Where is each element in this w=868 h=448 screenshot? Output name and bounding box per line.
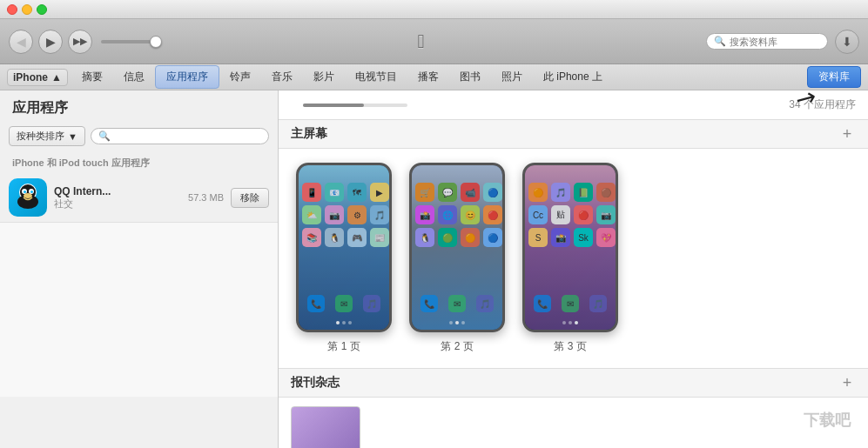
sort-icon: ▼: [68, 131, 77, 142]
screen-icons-grid-3: 🟠 🎵 📗 🟤 Cc 贴 🔴 📷 S 📸 Sk 💖: [525, 176, 616, 254]
screen-dots-1: [299, 321, 389, 324]
tab-apps[interactable]: 应用程序: [155, 65, 219, 89]
magazine-add-button[interactable]: +: [838, 374, 856, 391]
search-icon: 🔍: [714, 36, 726, 47]
tab-music[interactable]: 音乐: [261, 66, 303, 88]
forward-button[interactable]: ▶▶: [68, 30, 92, 54]
sort-label: 按种类排序: [17, 130, 64, 143]
tab-summary[interactable]: 摘要: [71, 66, 113, 88]
search-input[interactable]: [730, 37, 817, 47]
screen-item-2: 🛒 💬 📹 🔵 📸 🌐 😊 🔴 🐧 🟢 🟠 🔵: [409, 163, 505, 354]
app-info: QQ Intern... 社交: [54, 185, 181, 211]
screen-frame-1[interactable]: 📱 📧 🗺 ▶ ⛅ 📷 ⚙ 🎵 📚 🐧 🎮 📰: [296, 163, 392, 332]
app-name: QQ Intern...: [54, 185, 181, 197]
sidebar-search-input[interactable]: [114, 131, 261, 142]
screen-label-1: 第 1 页: [327, 339, 360, 354]
screen-dots-3: [525, 321, 616, 324]
tab-ringtones[interactable]: 铃声: [219, 66, 261, 88]
sidebar-search[interactable]: 🔍: [91, 128, 269, 144]
app-count: 34 个应用程序: [789, 97, 856, 112]
sidebar-title: 应用程序: [0, 90, 278, 123]
screens-add-button[interactable]: +: [838, 125, 856, 143]
device-icon: ▲: [51, 71, 62, 84]
screen-item-1: 📱 📧 🗺 ▶ ⛅ 📷 ⚙ 🎵 📚 🐧 🎮 📰: [296, 163, 392, 354]
sidebar: 应用程序 按种类排序 ▼ 🔍 iPhone 和 iPod touch 应用程序: [0, 90, 279, 448]
tab-movies[interactable]: 影片: [303, 66, 345, 88]
screens-section-title: 主屏幕: [291, 126, 327, 142]
magazine-section-title: 报刊杂志: [291, 375, 340, 391]
screens-container: 📱 📧 🗺 ▶ ⛅ 📷 ⚙ 🎵 📚 🐧 🎮 📰: [279, 149, 868, 368]
tab-on-iphone[interactable]: 此 iPhone 上: [533, 66, 613, 88]
screen-frame-2[interactable]: 🛒 💬 📹 🔵 📸 🌐 😊 🔴 🐧 🟢 🟠 🔵: [409, 163, 505, 332]
device-name: iPhone: [13, 71, 48, 84]
svg-point-5: [24, 191, 26, 193]
screen-frame-3[interactable]: 🟠 🎵 📗 🟤 Cc 贴 🔴 📷 S 📸 Sk 💖: [522, 163, 618, 332]
screen-icons-grid-1: 📱 📧 🗺 ▶ ⛅ 📷 ⚙ 🎵 📚 🐧 🎮 📰: [299, 176, 389, 254]
tab-podcasts[interactable]: 播客: [407, 66, 449, 88]
app-size: 57.3 MB: [188, 192, 224, 203]
app-category-label: iPhone 和 iPod touch 应用程序: [0, 153, 278, 173]
app-list: QQ Intern... 社交 57.3 MB 移除: [0, 173, 278, 448]
magazine-item[interactable]: [291, 406, 360, 448]
tab-photos[interactable]: 照片: [491, 66, 533, 88]
nav-tabs: 摘要 信息 应用程序 铃声 音乐 影片 电视节目 播客 图书 照片 此 iPho…: [71, 65, 807, 89]
screen-dots-2: [412, 321, 502, 324]
magazine-section-header: 报刊杂志 +: [279, 368, 868, 398]
right-header: 34 个应用程序: [279, 90, 868, 119]
app-category-text: 社交: [54, 197, 181, 211]
tab-books[interactable]: 图书: [449, 66, 491, 88]
remove-button[interactable]: 移除: [231, 188, 269, 208]
search-box[interactable]: 🔍: [706, 33, 828, 50]
magazine-content: [279, 398, 868, 448]
minimize-button[interactable]: [22, 4, 32, 15]
screen-item-3: 🟠 🎵 📗 🟤 Cc 贴 🔴 📷 S 📸 Sk 💖: [522, 163, 618, 354]
library-button[interactable]: 资料库: [807, 66, 861, 88]
tab-tv[interactable]: 电视节目: [345, 66, 407, 88]
app-item: QQ Intern... 社交 57.3 MB 移除: [0, 173, 278, 223]
title-bar: [0, 0, 868, 19]
download-button[interactable]: ⬇: [835, 30, 859, 54]
close-button[interactable]: [7, 4, 17, 15]
tab-info[interactable]: 信息: [113, 66, 155, 88]
maximize-button[interactable]: [37, 4, 47, 15]
screens-section-header: 主屏幕 +: [279, 119, 868, 149]
screen-icons-grid-2: 🛒 💬 📹 🔵 📸 🌐 😊 🔴 🐧 🟢 🟠 🔵: [412, 176, 502, 254]
right-header-wrap: 34 个应用程序 ↗: [279, 90, 868, 119]
device-label[interactable]: iPhone ▲: [7, 69, 68, 86]
main-content: 应用程序 按种类排序 ▼ 🔍 iPhone 和 iPod touch 应用程序: [0, 90, 868, 448]
traffic-lights: [7, 4, 47, 15]
right-content: 34 个应用程序 ↗ 主屏幕 + 📱 📧 🗺 ▶: [279, 90, 868, 448]
empty-list-area: [0, 223, 278, 397]
scroll-indicator: [303, 104, 407, 107]
screen-label-2: 第 2 页: [441, 339, 473, 354]
svg-point-6: [30, 191, 33, 193]
svg-point-7: [24, 193, 32, 198]
nav-bar: iPhone ▲ 摘要 信息 应用程序 铃声 音乐 影片 电视节目 播客 图书 …: [0, 64, 868, 90]
screen-label-3: 第 3 页: [554, 339, 586, 354]
app-icon-qq: [9, 178, 47, 217]
toolbar: ◀ ▶ ▶▶  🔍 ⬇: [0, 19, 868, 64]
volume-slider[interactable]: [101, 40, 162, 43]
toolbar-controls: ◀ ▶ ▶▶: [9, 30, 183, 54]
search-icon-small: 🔍: [98, 130, 111, 142]
sidebar-toolbar: 按种类排序 ▼ 🔍: [0, 123, 278, 153]
back-button[interactable]: ◀: [9, 30, 33, 54]
download-icon: ⬇: [842, 35, 852, 49]
toolbar-right: 🔍 ⬇: [659, 30, 859, 54]
apple-logo: : [417, 30, 424, 53]
play-button[interactable]: ▶: [38, 30, 63, 54]
sort-button[interactable]: 按种类排序 ▼: [9, 126, 85, 146]
toolbar-center: : [183, 30, 659, 53]
